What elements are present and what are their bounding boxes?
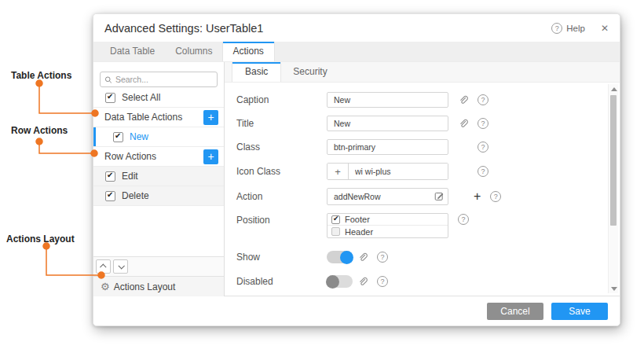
list-item-select-all[interactable]: Select All <box>93 88 224 108</box>
page: Table Actions Row Actions Actions Layout… <box>0 0 644 353</box>
scroll-down-button[interactable] <box>609 284 619 293</box>
field-icon-class: Icon Class + ? <box>236 163 620 180</box>
search-box[interactable] <box>100 72 218 87</box>
tab-basic[interactable]: Basic <box>232 62 280 82</box>
dialog-body: Select All Data Table Actions + New Row … <box>93 62 620 296</box>
move-down-button[interactable] <box>113 259 128 274</box>
field-show: Show ? <box>236 251 620 263</box>
link-icon[interactable] <box>458 119 468 129</box>
triangle-up-icon <box>611 87 617 91</box>
actions-layout-button[interactable]: ⚙ Actions Layout <box>93 276 224 296</box>
add-table-action-button[interactable]: + <box>203 110 218 125</box>
help-icon[interactable]: ? <box>478 94 488 105</box>
tab-data-table[interactable]: Data Table <box>100 42 165 61</box>
scrollbar[interactable] <box>608 84 618 293</box>
move-up-button[interactable] <box>96 259 111 274</box>
detail-tab-bar: Basic Security <box>225 62 620 83</box>
list-item-new[interactable]: New <box>93 127 224 147</box>
save-button[interactable]: Save <box>551 303 608 320</box>
toggle-knob <box>326 275 339 289</box>
position-option-footer[interactable]: Footer <box>327 214 448 226</box>
help-icon[interactable]: ? <box>490 191 501 202</box>
search-input[interactable] <box>115 75 213 84</box>
field-title: Title ? <box>236 116 620 131</box>
show-toggle[interactable] <box>327 251 353 263</box>
position-options: Footer Header <box>327 213 448 238</box>
caption-input[interactable] <box>327 92 448 108</box>
field-caption: Caption ? <box>236 92 620 108</box>
field-label: Show <box>236 252 327 263</box>
field-label: Position <box>236 213 327 226</box>
disabled-toggle[interactable] <box>327 275 353 288</box>
checkbox-delete[interactable] <box>105 191 115 201</box>
tab-columns[interactable]: Columns <box>165 42 222 61</box>
dialog-title: Advanced Settings: UserTable1 <box>104 22 551 35</box>
link-icon[interactable] <box>357 277 368 287</box>
field-disabled: Disabled ? <box>236 275 620 288</box>
field-label: Icon Class <box>236 166 327 177</box>
chevron-up-icon <box>100 263 106 270</box>
checkbox-new[interactable] <box>113 132 123 142</box>
dialog-footer: Cancel Save <box>93 296 620 325</box>
field-label: Disabled <box>236 276 327 287</box>
advanced-settings-dialog: Advanced Settings: UserTable1 ? Help ✕ D… <box>93 13 620 326</box>
checkbox-select-all[interactable] <box>105 93 115 103</box>
checkbox-edit[interactable] <box>105 171 115 182</box>
list-item-label: New <box>130 131 148 142</box>
add-row-action-button[interactable]: + <box>203 149 218 164</box>
class-input[interactable] <box>327 139 448 155</box>
close-icon[interactable]: ✕ <box>601 23 609 34</box>
group-label: Row Actions <box>104 151 156 162</box>
field-label: Title <box>236 118 327 129</box>
main-tab-bar: Data Table Columns Actions <box>93 42 620 62</box>
title-input[interactable] <box>327 116 448 131</box>
detail-panel: Basic Security Caption ? Title ? <box>225 62 620 296</box>
scrollbar-thumb[interactable] <box>610 95 617 226</box>
actions-sidebar: Select All Data Table Actions + New Row … <box>93 62 225 296</box>
field-position: Position Footer Header ? <box>236 213 620 238</box>
group-row-actions[interactable]: Row Actions + <box>93 147 224 167</box>
group-data-table-actions[interactable]: Data Table Actions + <box>93 108 224 127</box>
action-input-wrap <box>327 188 448 205</box>
field-label: Caption <box>236 94 327 105</box>
list-item-edit[interactable]: Edit <box>93 167 224 186</box>
checkbox-footer[interactable] <box>331 215 340 224</box>
field-label: Class <box>236 142 327 153</box>
cancel-button[interactable]: Cancel <box>487 303 543 320</box>
actions-layout-label: Actions Layout <box>114 281 176 292</box>
gear-icon: ⚙ <box>101 281 110 292</box>
tab-security[interactable]: Security <box>280 62 339 82</box>
help-icon[interactable]: ? <box>478 118 488 129</box>
edit-icon[interactable] <box>434 191 445 201</box>
add-action-button[interactable]: + <box>474 191 481 202</box>
sidebar-spacer <box>93 206 224 256</box>
scroll-up-button[interactable] <box>609 84 619 94</box>
icon-picker-button[interactable]: + <box>327 164 349 179</box>
basic-form: Caption ? Title ? Class <box>225 83 620 296</box>
action-input[interactable] <box>327 188 448 205</box>
list-item-delete[interactable]: Delete <box>93 186 224 206</box>
help-icon: ? <box>551 23 562 34</box>
tab-actions[interactable]: Actions <box>223 42 274 61</box>
position-option-header[interactable]: Header <box>327 226 448 237</box>
option-label: Footer <box>345 215 370 224</box>
annotation-actions-layout: Actions Layout <box>6 233 75 245</box>
help-icon[interactable]: ? <box>478 142 488 153</box>
checkbox-header[interactable] <box>331 227 340 236</box>
toggle-knob <box>340 251 353 264</box>
list-item-label: Delete <box>122 190 149 201</box>
help-icon[interactable]: ? <box>478 166 488 177</box>
link-icon[interactable] <box>357 252 368 263</box>
help-icon[interactable]: ? <box>377 276 388 287</box>
help-icon[interactable]: ? <box>458 214 469 225</box>
list-item-label: Edit <box>122 171 138 182</box>
icon-class-input[interactable] <box>349 164 448 179</box>
link-icon[interactable] <box>458 95 468 105</box>
help-icon[interactable]: ? <box>377 252 388 263</box>
chevron-down-icon <box>118 263 124 269</box>
triangle-down-icon <box>611 287 617 291</box>
help-button[interactable]: ? Help <box>551 23 585 34</box>
icon-class-group: + <box>327 163 448 180</box>
help-label: Help <box>566 24 585 33</box>
field-label: Action <box>236 191 327 202</box>
